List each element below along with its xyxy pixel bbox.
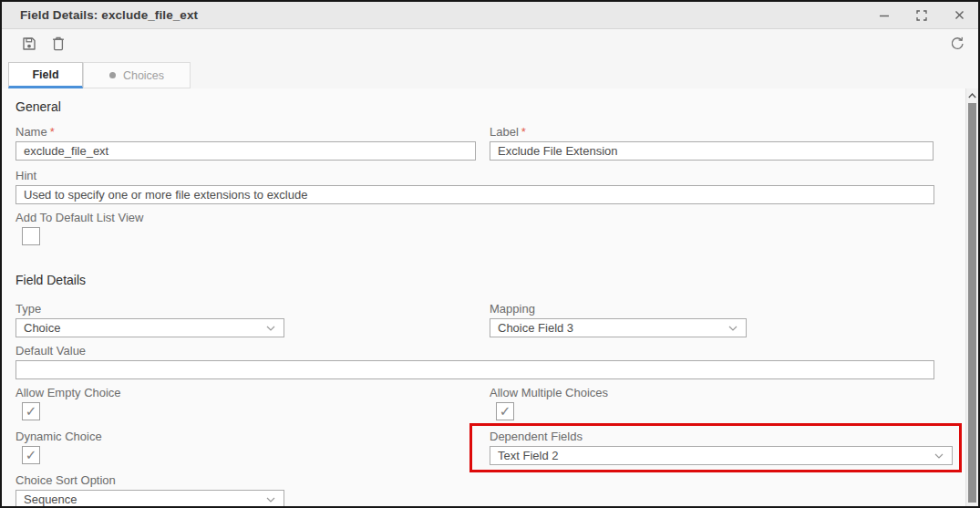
close-button[interactable] [953, 9, 965, 22]
label-required-mark: * [521, 125, 526, 139]
type-label: Type [15, 302, 476, 316]
tab-field-label: Field [32, 68, 58, 81]
dependent-fields-select-value: Text Field 2 [498, 449, 558, 462]
maximize-button[interactable] [915, 9, 928, 22]
tab-field[interactable]: Field [8, 62, 83, 88]
toolbar [2, 29, 978, 58]
default-value-field-group: Default Value [15, 344, 934, 379]
minimize-button[interactable] [878, 9, 891, 22]
titlebar: Field Details: exclude_file_ext [2, 2, 978, 29]
tabstrip: Field Choices [2, 58, 978, 88]
field-details-window: Field Details: exclude_file_ext Field Ch… [0, 0, 980, 508]
delete-button[interactable] [50, 36, 67, 52]
choice-sort-option-label: Choice Sort Option [15, 473, 934, 487]
close-icon [954, 10, 965, 20]
row-type-mapping: Type Choice Mapping Choice Field 3 [15, 302, 934, 344]
add-to-default-list-view-group: Add To Default List View [15, 211, 934, 249]
add-to-default-list-view-label: Add To Default List View [15, 211, 934, 224]
row-allow-choices: Allow Empty Choice Allow Multiple Choice… [15, 386, 934, 430]
scroll-up-icon [968, 93, 976, 98]
chevron-down-icon [266, 326, 275, 331]
choice-sort-option-select[interactable]: Sequence [15, 490, 284, 506]
window-controls [878, 9, 965, 22]
dependent-fields-select[interactable]: Text Field 2 [490, 446, 953, 465]
name-label: Name [15, 125, 47, 139]
default-value-label: Default Value [15, 344, 934, 358]
name-required-mark: * [50, 125, 55, 139]
minimize-icon [879, 10, 890, 21]
row-dynamic-dependent: Dynamic Choice Dependent Fields Text Fie… [15, 430, 934, 473]
allow-multiple-choices-checkbox[interactable] [496, 402, 514, 420]
chevron-down-icon [266, 497, 275, 503]
save-icon [22, 36, 36, 51]
refresh-icon [950, 36, 965, 51]
type-select-value: Choice [24, 321, 60, 335]
mapping-select[interactable]: Choice Field 3 [490, 318, 747, 337]
maximize-icon [916, 10, 927, 21]
hint-input[interactable] [15, 185, 934, 204]
choice-sort-option-select-value: Sequence [24, 492, 77, 506]
type-field-group: Type Choice [15, 302, 476, 337]
dependent-fields-group: Dependent Fields Text Field 2 [490, 430, 934, 465]
allow-multiple-choices-group: Allow Multiple Choices [490, 386, 934, 420]
type-select[interactable]: Choice [15, 318, 284, 337]
name-field-group: Name* [15, 125, 476, 161]
tab-choices[interactable]: Choices [83, 62, 191, 88]
refresh-button[interactable] [949, 36, 965, 52]
label-field-group: Label* [490, 125, 934, 161]
save-button[interactable] [21, 36, 37, 52]
hint-label: Hint [15, 169, 934, 182]
mapping-field-group: Mapping Choice Field 3 [490, 302, 934, 337]
section-heading-general: General [15, 99, 934, 114]
add-to-default-list-view-checkbox[interactable] [22, 227, 40, 245]
choices-dot-icon [109, 72, 116, 78]
dynamic-choice-label: Dynamic Choice [15, 430, 476, 443]
section-heading-field-details: Field Details [15, 273, 934, 287]
chevron-down-icon [728, 326, 738, 331]
mapping-label: Mapping [490, 302, 934, 316]
scroll-up-button[interactable] [966, 88, 978, 102]
label-label: Label [490, 125, 519, 139]
vertical-scrollbar[interactable] [965, 88, 978, 506]
scrollbar-thumb[interactable] [968, 103, 976, 503]
form-content: General Name* Label* Hint [2, 88, 978, 506]
dynamic-choice-group: Dynamic Choice [15, 430, 476, 464]
default-value-input[interactable] [15, 360, 934, 379]
allow-empty-choice-group: Allow Empty Choice [15, 386, 476, 420]
choice-sort-option-group: Choice Sort Option Sequence [15, 473, 934, 506]
name-input[interactable] [15, 141, 476, 161]
dynamic-choice-checkbox[interactable] [22, 446, 40, 464]
label-input[interactable] [490, 141, 934, 161]
tab-choices-label: Choices [123, 69, 164, 82]
window-title: Field Details: exclude_file_ext [20, 8, 198, 22]
mapping-select-value: Choice Field 3 [498, 321, 573, 335]
dependent-fields-label: Dependent Fields [490, 430, 934, 443]
chevron-down-icon [934, 453, 944, 459]
allow-multiple-choices-label: Allow Multiple Choices [490, 386, 934, 399]
hint-field-group: Hint [15, 169, 934, 204]
row-name-label: Name* Label* [15, 125, 934, 169]
trash-icon [52, 36, 65, 51]
allow-empty-choice-checkbox[interactable] [22, 402, 40, 420]
allow-empty-choice-label: Allow Empty Choice [15, 386, 476, 399]
